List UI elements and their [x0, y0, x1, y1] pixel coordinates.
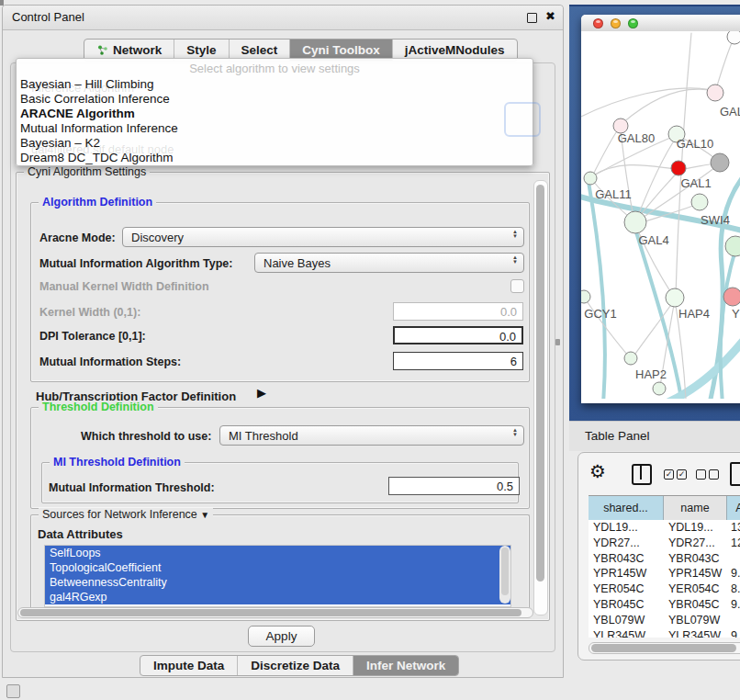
column-header-shared-name[interactable]: shared...: [589, 496, 664, 520]
network-node-label: GAL4: [638, 233, 668, 247]
network-node-gal11[interactable]: [584, 172, 597, 185]
float-window-icon[interactable]: [527, 13, 537, 23]
network-canvas-svg[interactable]: GALGAL80GAL10GAL1GAL11SWI4GAL4GCY1HAP4YH…: [581, 31, 740, 399]
table-row[interactable]: YBR043CYBR043C: [589, 551, 740, 567]
column-header-partial[interactable]: A: [727, 496, 740, 520]
close-window-icon[interactable]: [593, 18, 603, 28]
network-node[interactable]: [653, 382, 666, 395]
control-panel-titlebar: Control Panel ✖: [3, 6, 563, 30]
kernel-width-label: Kernel Width (0,1):: [39, 306, 140, 319]
algorithm-option[interactable]: Bayesian – K2: [20, 136, 529, 151]
table-row[interactable]: YLR345WYLR345W9.: [589, 628, 740, 638]
mi-threshold-label: Mutual Information Threshold:: [49, 481, 215, 494]
attribute-list-item[interactable]: TopologicalCoefficient: [45, 560, 510, 575]
attributes-list-scrollbar-thumb[interactable]: [501, 548, 509, 595]
network-node-gcy1[interactable]: [581, 290, 590, 303]
table-cell: YER054C: [664, 581, 727, 597]
network-node[interactable]: [725, 236, 740, 256]
network-node-gal1[interactable]: [671, 161, 686, 175]
settings-vertical-scrollbar-thumb[interactable]: [536, 185, 544, 581]
network-node-gal[interactable]: [707, 85, 723, 101]
mi-type-combo[interactable]: Naive Bayes ▲▼: [254, 253, 524, 273]
network-node-hap2[interactable]: [624, 352, 637, 365]
table-panel-window: ⚙ ✓✓ shared... name A YDL19...YDL19...13…: [577, 452, 740, 660]
popup-prompt: Select algorithm to view settings: [17, 62, 533, 75]
algorithm-option[interactable]: Dream8 DC_TDC Algorithm: [20, 151, 529, 165]
manual-kernel-checkbox[interactable]: [510, 279, 524, 293]
algorithm-option[interactable]: ARACNE Algorithm: [20, 107, 529, 121]
network-edge[interactable]: [715, 39, 734, 92]
algorithm-option[interactable]: Bayesian – Hill Climbing: [20, 77, 529, 92]
network-edge[interactable]: [593, 165, 677, 175]
tab-impute-data[interactable]: Impute Data: [140, 656, 238, 675]
network-icon: [96, 44, 108, 56]
manual-kernel-label: Manual Kernel Width Definition: [39, 280, 209, 293]
data-attributes-list[interactable]: SelfLoopsTopologicalCoefficientBetweenne…: [44, 545, 511, 607]
threshold-definition-title: Threshold Definition: [39, 401, 158, 413]
panel-splitter-handle[interactable]: [555, 339, 560, 345]
settings-horizontal-scrollbar[interactable]: [17, 607, 533, 618]
network-node[interactable]: [711, 153, 729, 172]
column-layout-icon[interactable]: [632, 464, 652, 485]
table-row[interactable]: YDL19...YDL19...13: [589, 520, 740, 536]
close-panel-icon[interactable]: ✖: [545, 9, 555, 23]
kernel-width-field[interactable]: 0.0: [393, 302, 523, 321]
mi-threshold-definition-title: MI Threshold Definition: [50, 456, 185, 469]
aracne-mode-value: Discovery: [131, 231, 184, 244]
apply-button[interactable]: Apply: [248, 626, 315, 647]
settings-horizontal-scrollbar-thumb[interactable]: [20, 609, 521, 616]
dpi-tolerance-field[interactable]: 0.0: [393, 326, 523, 344]
network-edge[interactable]: [581, 88, 712, 119]
attribute-list-item[interactable]: BetweennessCentrality: [45, 575, 510, 590]
network-node-label: SWI4: [701, 213, 730, 227]
mi-threshold-field[interactable]: 0.5: [388, 477, 520, 495]
aracne-mode-combo[interactable]: Discovery ▲▼: [122, 227, 524, 247]
attribute-list-item[interactable]: gal4RGexp: [45, 590, 510, 604]
table-settings-gear-icon[interactable]: ⚙: [589, 460, 606, 482]
table-row[interactable]: YBR045CYBR045C9.: [589, 597, 740, 613]
export-table-icon[interactable]: [730, 462, 740, 486]
hub-expand-arrow-icon[interactable]: ▶: [257, 386, 266, 400]
cyni-algorithm-settings-title: Cyni Algorithm Settings: [24, 165, 150, 178]
column-header-name[interactable]: name: [664, 496, 727, 520]
table-row[interactable]: YER054CYER054C8.: [589, 581, 740, 597]
network-node-swi4[interactable]: [691, 194, 708, 210]
deselect-all-icon[interactable]: [696, 469, 719, 480]
network-view-window: GALGAL80GAL10GAL1GAL11SWI4GAL4GCY1HAP4YH…: [581, 15, 740, 403]
mi-type-label: Mutual Information Algorithm Type:: [39, 257, 232, 270]
tab-discretize-data[interactable]: Discretize Data: [238, 656, 353, 675]
network-node-label: GAL: [720, 105, 740, 119]
application-root: Control Panel ✖ Network Style Select: [0, 0, 740, 700]
network-node-label: HAP2: [635, 367, 667, 381]
which-threshold-value: MI Threshold: [229, 429, 298, 443]
network-edge[interactable]: [589, 182, 605, 399]
control-panel-window: Control Panel ✖ Network Style Select: [2, 5, 564, 678]
zoom-window-icon[interactable]: [628, 18, 638, 28]
algorithm-option[interactable]: Basic Correlation Inference: [20, 92, 529, 107]
table-row[interactable]: YBL079WYBL079W: [589, 613, 740, 628]
network-window-titlebar[interactable]: [581, 15, 740, 32]
attribute-list-item[interactable]: SelfLoops: [45, 546, 510, 560]
network-edge[interactable]: [622, 89, 713, 123]
select-all-icon[interactable]: ✓✓: [664, 469, 687, 480]
which-threshold-label: Which threshold to use:: [81, 430, 211, 443]
table-row[interactable]: YDR27...YDR27...12: [589, 536, 740, 551]
table-cell: YBL079W: [664, 613, 727, 628]
tab-infer-network[interactable]: Infer Network: [353, 656, 458, 675]
minimize-window-icon[interactable]: [611, 18, 621, 28]
mi-steps-field[interactable]: 6: [393, 352, 523, 370]
network-node[interactable]: [727, 31, 740, 44]
attributes-list-scrollbar[interactable]: [499, 546, 510, 604]
sources-collapse-arrow-icon[interactable]: ▼: [200, 510, 209, 520]
table-horizontal-scrollbar-thumb[interactable]: [591, 644, 736, 652]
network-node-gal4[interactable]: [624, 211, 646, 233]
algorithm-option[interactable]: Mutual Information Inference: [20, 121, 529, 136]
settings-vertical-scrollbar[interactable]: [533, 180, 548, 615]
minimized-panel-icon[interactable]: [6, 684, 20, 698]
network-node-hap4[interactable]: [666, 288, 684, 307]
table-horizontal-scrollbar[interactable]: [589, 642, 740, 654]
network-node-y[interactable]: [723, 288, 740, 306]
table-row[interactable]: YPR145WYPR145W9.: [589, 566, 740, 581]
algorithm-definition-title: Algorithm Definition: [39, 196, 156, 209]
which-threshold-combo[interactable]: MI Threshold ▲▼: [219, 425, 524, 446]
